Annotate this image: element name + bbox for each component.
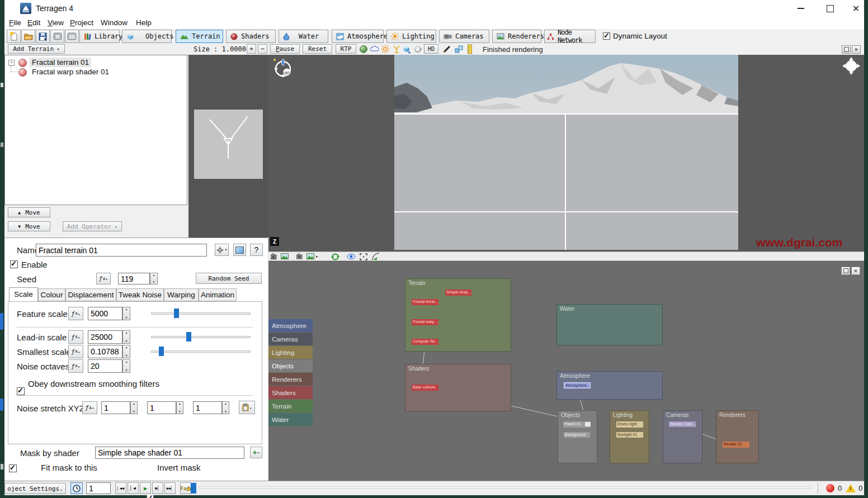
zoom-out-button[interactable]: − (258, 44, 267, 54)
tab-water[interactable]: Water (279, 30, 328, 43)
node-base-colours[interactable]: Base colours (412, 385, 438, 391)
3d-preview-button[interactable]: 3D (65, 30, 79, 43)
obey-smoothing-checkbox[interactable] (17, 387, 25, 395)
noise-octaves-spinner[interactable]: ▲▼ (122, 359, 130, 373)
compass-gizmo[interactable]: 90 (273, 58, 293, 78)
noise-stretch-y-spinner[interactable]: ▲▼ (176, 401, 183, 414)
tab-atmosphere[interactable]: Atmosphere (332, 30, 384, 43)
category-objects[interactable]: Objects (268, 359, 313, 372)
warning-indicator-icon[interactable]: ! (846, 484, 856, 492)
menu-item-window[interactable]: Window (101, 18, 128, 27)
noise-stretch-y-input[interactable] (147, 401, 176, 414)
tree-item-label[interactable]: Fractal terrain 01 (30, 58, 91, 67)
mask-by-shader-checkbox[interactable] (9, 464, 17, 472)
node-sunlight[interactable]: Sunlight 01 (616, 432, 643, 438)
sun-outline-icon[interactable] (381, 45, 390, 54)
move-down-button[interactable]: ▼Move (8, 221, 50, 231)
tab-terrain[interactable]: Terrain (176, 30, 223, 43)
category-cameras[interactable]: Cameras (268, 333, 313, 345)
rtp-button[interactable]: RTP (336, 44, 356, 54)
zoom-in-button[interactable]: + (247, 44, 256, 54)
tree-item-fractal-terrain[interactable]: + Fractal terrain 01 (7, 58, 119, 67)
smallest-scale-slider[interactable] (151, 350, 251, 353)
frame-input[interactable] (86, 482, 111, 494)
seed-function-button[interactable]: ƒA▸ (96, 273, 111, 284)
copy-paste-button[interactable]: ▸ (239, 401, 255, 414)
ruler-icon[interactable] (467, 44, 473, 54)
category-lighting[interactable]: Lighting (268, 346, 313, 359)
gear-button[interactable]: ▾ (215, 244, 229, 256)
node-compute-terrain[interactable]: Compute Ter... (412, 339, 438, 345)
tab-renderers[interactable]: Renderers (492, 30, 541, 43)
add-operator-button[interactable]: Add Operator▸ (63, 221, 122, 231)
refresh-view-button[interactable] (331, 253, 339, 261)
tab-tweak-noise[interactable]: Tweak Noise (116, 288, 164, 301)
close-button[interactable]: ✕ (843, 0, 868, 17)
seed-input[interactable] (118, 273, 150, 284)
timeline-slider-handle[interactable] (191, 483, 196, 494)
node-enviro-light[interactable]: Enviro light (616, 421, 643, 428)
node-planet[interactable]: Planet 01 (563, 421, 591, 428)
cube-arrow-icon[interactable] (402, 45, 412, 54)
lead-in-scale-input[interactable] (88, 330, 122, 344)
node-group-cameras[interactable]: Cameras (663, 410, 702, 463)
name-input[interactable] (36, 244, 207, 257)
minimize-button[interactable] (787, 0, 814, 17)
panel-maximize-button[interactable] (842, 45, 851, 54)
menu-item-project[interactable]: Project (70, 18, 93, 27)
node-atmosphere[interactable]: Atmosphere... (564, 382, 591, 388)
copy-view-to-camera-button[interactable] (271, 253, 293, 260)
tab-displacement[interactable]: Displacement (65, 288, 116, 301)
node-network-canvas[interactable]: ✕ Terrain Water Shaders Atmosphere Objec… (268, 261, 864, 481)
orbit-gizmo[interactable] (842, 57, 860, 75)
preview-toggle-button[interactable] (233, 244, 246, 256)
noise-stretch-z-input[interactable] (193, 401, 222, 414)
noise-octaves-function-button[interactable]: ƒA▸ (68, 359, 83, 373)
lead-in-scale-slider[interactable] (151, 336, 251, 338)
paintbrush-icon[interactable] (442, 45, 452, 54)
timeline-clock-button[interactable] (70, 482, 83, 494)
tab-lighting[interactable]: Lighting (386, 30, 436, 43)
tab-cameras[interactable]: Cameras (439, 30, 489, 43)
random-seed-button[interactable]: Random Seed (196, 273, 262, 284)
smallest-scale-input[interactable] (88, 345, 122, 358)
tab-warping[interactable]: Warping (164, 288, 199, 301)
dynamic-layout-checkbox[interactable] (603, 32, 610, 40)
lead-in-scale-spinner[interactable]: ▲▼ (122, 330, 130, 344)
tree-item-fractal-warp[interactable]: Fractal warp shader 01 (7, 67, 130, 77)
blue-cubes-icon[interactable] (454, 45, 464, 54)
noise-stretch-x-input[interactable] (101, 401, 130, 414)
feature-scale-slider-handle[interactable] (174, 309, 179, 318)
timeline-slider-track[interactable] (199, 486, 811, 488)
menu-item-edit[interactable]: Edit (27, 18, 40, 27)
noise-stretch-z-spinner[interactable]: ▲▼ (222, 401, 229, 414)
exposure-icon[interactable]: Z (270, 237, 279, 246)
tab-node-network[interactable]: Node Network (544, 30, 596, 43)
tab-library[interactable]: Library (79, 30, 120, 43)
seed-spinner[interactable]: ▲▼ (150, 273, 158, 284)
node-render-camera[interactable]: Render Cam... (669, 421, 696, 427)
previous-frame-button[interactable]: ▏◀ (128, 482, 139, 494)
node-simple-shape-shader[interactable]: Simple shap... (445, 290, 471, 296)
menu-item-file[interactable]: File (9, 18, 21, 27)
node-background[interactable]: Background (564, 432, 590, 438)
save-button[interactable] (36, 30, 50, 43)
menu-item-view[interactable]: View (48, 18, 64, 27)
go-to-start-button[interactable]: ▏◀◀ (115, 482, 126, 494)
lead-in-scale-slider-handle[interactable] (186, 332, 191, 342)
node-preview-thumbnail[interactable] (194, 110, 263, 179)
go-to-end-button[interactable]: ▶▶▏ (164, 482, 176, 494)
category-shaders[interactable]: Shaders (268, 386, 313, 399)
reset-button[interactable]: Reset (303, 44, 332, 54)
noise-octaves-input[interactable] (88, 359, 122, 373)
play-button[interactable]: ▶ (140, 482, 151, 494)
category-renderers[interactable]: Renderers (268, 373, 313, 386)
hd-button[interactable]: HD (424, 44, 438, 54)
visibility-button[interactable] (347, 253, 356, 260)
smallest-scale-slider-handle[interactable] (159, 347, 164, 356)
tab-colour[interactable]: Colour (38, 288, 65, 301)
assign-shader-button[interactable]: +▸ (250, 447, 262, 458)
enable-checkbox[interactable] (10, 260, 18, 268)
feature-scale-input[interactable] (88, 307, 122, 320)
noise-stretch-x-spinner[interactable]: ▲▼ (130, 401, 138, 414)
